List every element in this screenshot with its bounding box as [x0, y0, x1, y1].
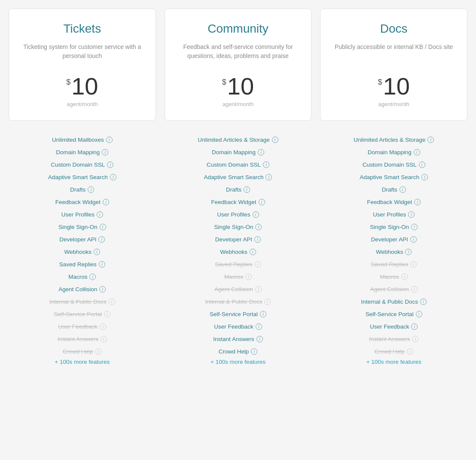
info-icon-docs-3[interactable]: i — [421, 174, 428, 180]
info-icon-community-17[interactable]: i — [251, 348, 257, 355]
feature-item-community-7: Single Sign-On i — [165, 221, 312, 233]
feature-item-docs-16: Instant Answers i — [320, 333, 467, 345]
feature-label-tickets-9: Webhooks — [64, 249, 92, 255]
feature-label-docs-15: User Feedback — [370, 323, 409, 330]
info-icon-community-13[interactable]: i — [264, 299, 271, 305]
feature-label-tickets-15: User Feedback — [58, 323, 98, 330]
info-icon-tickets-12[interactable]: i — [99, 286, 106, 292]
info-icon-tickets-15[interactable]: i — [100, 323, 106, 330]
info-icon-docs-15[interactable]: i — [411, 323, 418, 330]
info-icon-community-2[interactable]: i — [263, 161, 269, 168]
feature-label-docs-12: Agent Collision — [370, 286, 409, 292]
info-icon-community-8[interactable]: i — [254, 236, 261, 243]
feature-label-tickets-1: Domain Mapping — [56, 149, 100, 155]
info-icon-community-12[interactable]: i — [255, 286, 262, 292]
info-icon-tickets-10[interactable]: i — [99, 261, 105, 268]
info-icon-docs-9[interactable]: i — [405, 249, 412, 255]
feature-item-tickets-6: User Profiles i — [9, 208, 156, 221]
info-icon-docs-7[interactable]: i — [411, 224, 418, 230]
more-features-link-community[interactable]: + 100s more features — [211, 354, 265, 367]
feature-label-community-15: User Feedback — [214, 323, 253, 330]
feature-label-community-12: Agent Collision — [214, 286, 253, 292]
info-icon-docs-0[interactable]: i — [427, 137, 434, 143]
info-icon-tickets-4[interactable]: i — [88, 186, 94, 193]
feature-label-docs-11: Macros — [380, 274, 399, 280]
feature-item-docs-7: Single Sign-On i — [320, 221, 467, 233]
feature-item-docs-2: Custom Domain SSL i — [320, 158, 467, 171]
info-icon-community-10[interactable]: i — [255, 261, 261, 268]
info-icon-docs-10[interactable]: i — [410, 261, 417, 268]
more-features-link-tickets[interactable]: + 100s more features — [55, 354, 110, 367]
info-icon-docs-17[interactable]: i — [407, 348, 413, 355]
plan-card-tickets: Tickets Ticketing system for customer se… — [9, 9, 156, 121]
feature-label-docs-8: Developer API — [371, 236, 408, 243]
info-icon-docs-12[interactable]: i — [411, 286, 418, 292]
info-icon-community-9[interactable]: i — [250, 249, 256, 255]
feature-item-docs-9: Webhooks i — [320, 246, 467, 258]
info-icon-docs-11[interactable]: i — [401, 274, 408, 280]
more-features-link-docs[interactable]: + 100s more features — [366, 354, 421, 367]
info-icon-docs-1[interactable]: i — [414, 149, 420, 155]
feature-item-docs-15: User Feedback i — [320, 320, 467, 333]
info-icon-docs-6[interactable]: i — [408, 211, 415, 218]
feature-label-tickets-5: Feedback Widget — [55, 199, 101, 205]
info-icon-community-0[interactable]: i — [272, 137, 278, 143]
plan-title-tickets: Tickets — [18, 22, 147, 36]
info-icon-tickets-17[interactable]: i — [95, 348, 102, 355]
info-icon-tickets-7[interactable]: i — [100, 224, 106, 230]
feature-label-docs-16: Instant Answers — [369, 336, 410, 342]
feature-item-docs-6: User Profiles i — [320, 208, 467, 221]
info-icon-community-15[interactable]: i — [256, 323, 262, 330]
feature-label-community-3: Adaptive Smart Search — [204, 174, 264, 180]
features-col-docs: Unlimited Articles & Storage i Domain Ma… — [320, 134, 467, 366]
price-amount-docs: 10 — [383, 74, 410, 98]
info-icon-docs-4[interactable]: i — [400, 186, 406, 193]
feature-item-tickets-5: Feedback Widget i — [9, 196, 156, 208]
dollar-sign-docs: $ — [378, 78, 382, 87]
info-icon-tickets-14[interactable]: i — [104, 311, 110, 317]
info-icon-docs-16[interactable]: i — [412, 336, 418, 342]
info-icon-community-1[interactable]: i — [258, 149, 264, 155]
feature-label-community-0: Unlimited Articles & Storage — [198, 137, 269, 143]
info-icon-community-16[interactable]: i — [256, 336, 263, 342]
info-icon-docs-5[interactable]: i — [414, 199, 421, 205]
plan-desc-tickets: Ticketing system for customer service wi… — [18, 43, 147, 64]
info-icon-docs-2[interactable]: i — [419, 161, 425, 168]
info-icon-tickets-11[interactable]: i — [89, 274, 96, 280]
price-unit-docs: agent/month — [329, 101, 458, 107]
cards-row: Tickets Ticketing system for customer se… — [9, 9, 467, 121]
info-icon-community-11[interactable]: i — [245, 274, 252, 280]
info-icon-docs-8[interactable]: i — [410, 236, 417, 243]
feature-item-community-16: Instant Answers i — [165, 333, 312, 345]
info-icon-tickets-3[interactable]: i — [110, 174, 116, 180]
info-icon-docs-13[interactable]: i — [420, 299, 427, 305]
info-icon-tickets-13[interactable]: i — [109, 299, 115, 305]
info-icon-community-6[interactable]: i — [253, 211, 259, 218]
info-icon-tickets-6[interactable]: i — [97, 211, 103, 218]
feature-label-community-9: Webhooks — [220, 249, 247, 255]
feature-item-community-15: User Feedback i — [165, 320, 312, 333]
info-icon-tickets-0[interactable]: i — [106, 137, 113, 143]
info-icon-community-3[interactable]: i — [265, 174, 272, 180]
info-icon-community-7[interactable]: i — [255, 224, 262, 230]
info-icon-docs-14[interactable]: i — [416, 311, 422, 317]
info-icon-tickets-9[interactable]: i — [94, 249, 100, 255]
info-icon-tickets-8[interactable]: i — [98, 236, 105, 243]
feature-item-docs-1: Domain Mapping i — [320, 146, 467, 158]
price-row-community: $ 10 — [174, 74, 303, 98]
feature-item-community-4: Drafts i — [165, 183, 312, 196]
info-icon-tickets-1[interactable]: i — [102, 149, 108, 155]
info-icon-tickets-16[interactable]: i — [101, 336, 107, 342]
feature-item-docs-8: Developer API i — [320, 233, 467, 246]
feature-item-tickets-9: Webhooks i — [9, 246, 156, 258]
feature-item-tickets-12: Agent Collision i — [9, 283, 156, 295]
info-icon-community-5[interactable]: i — [259, 199, 265, 205]
info-icon-community-4[interactable]: i — [244, 186, 250, 193]
feature-item-community-9: Webhooks i — [165, 246, 312, 258]
feature-item-docs-14: Self-Service Portal i — [320, 308, 467, 320]
feature-item-tickets-15: User Feedback i — [9, 320, 156, 333]
pricing-wrapper: Tickets Ticketing system for customer se… — [9, 9, 467, 366]
info-icon-tickets-5[interactable]: i — [103, 199, 109, 205]
info-icon-community-14[interactable]: i — [260, 311, 266, 317]
info-icon-tickets-2[interactable]: i — [107, 161, 113, 168]
